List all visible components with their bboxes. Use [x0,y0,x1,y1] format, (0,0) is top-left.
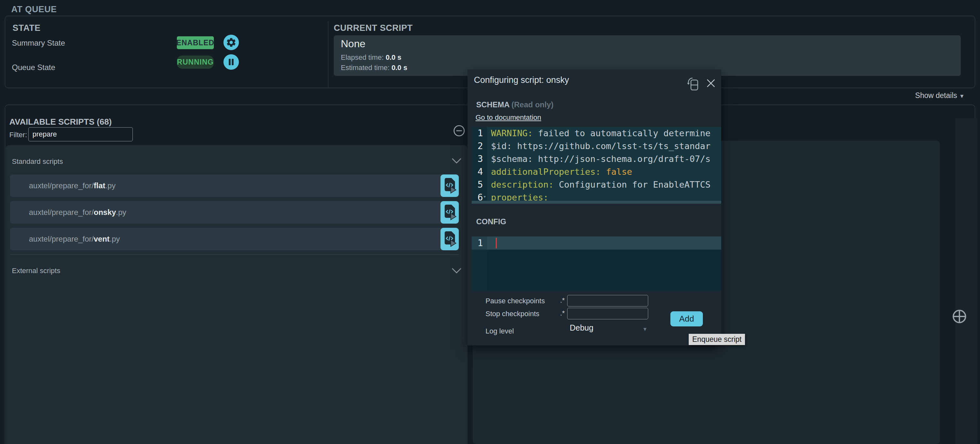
show-details-toggle[interactable]: Show details ▼ [897,91,964,100]
script-row-onsky[interactable]: auxtel/prepare_for/onsky.py [10,201,459,224]
script-path-prefix: auxtel/prepare_for/ [29,181,94,190]
configure-script-modal: Configuring script: onsky SCHEMA [468,70,721,346]
pause-checkpoints-regex-hint: .* [560,296,565,304]
launch-script-button[interactable] [441,228,459,250]
queue-state-badge: RUNNING [177,56,214,69]
show-details-label: Show details [915,91,957,100]
script-path: auxtel/prepare_for/flat.py [10,181,115,190]
script-ext: .py [105,181,115,190]
available-scripts-heading: AVAILABLE SCRIPTS (68) [10,117,111,127]
log-level-value: Debug [570,323,593,332]
log-level-label: Log level [485,327,514,335]
script-name: onsky [94,208,116,217]
schema-code: WARNING: failed to automatically determi… [487,127,711,140]
modal-close-button[interactable] [705,78,716,89]
script-path: auxtel/prepare_for/onsky.py [10,208,126,217]
schema-heading: SCHEMA (Read only) [476,100,553,109]
script-name: vent [94,235,109,243]
queue-pause-button[interactable] [223,54,239,70]
run-script-icon [443,231,457,247]
pause-icon [226,57,236,67]
schema-line: 5 description: Configuration for EnableA… [472,178,721,191]
scripts-panel: Standard scripts auxtel/prepare_for/flat… [6,145,468,444]
close-icon [705,78,716,89]
line-number: 4 [472,165,487,178]
pause-checkpoints-input[interactable] [567,295,648,306]
add-button[interactable]: Add [670,311,703,327]
script-row-vent[interactable]: auxtel/prepare_for/vent.py [10,228,459,250]
page-title: AT QUEUE [11,5,57,14]
estimated-time-value: 0.0 s [391,63,407,71]
log-level-select[interactable]: Debug ▼ [570,323,647,333]
summary-state-badge: ENABLED [177,36,214,49]
launch-script-button[interactable] [441,201,459,224]
line-number: 1 [472,236,487,250]
external-scripts-header[interactable]: External scripts [6,261,468,280]
line-number: 1 [472,127,487,140]
group-separator [10,254,459,255]
standard-scripts-label: Standard scripts [12,157,63,166]
queue-state-label: Queue State [12,63,55,72]
schema-code: description: Configuration for EnableATT… [487,178,711,191]
summary-state-label: Summary State [12,38,65,48]
schema-line: 3 $schema: http://json-schema.org/draft-… [472,152,721,165]
script-ext: .py [110,235,120,243]
copy-schema-button[interactable] [685,76,700,92]
caret-down-icon: ▼ [959,93,964,99]
script-row-flat[interactable]: auxtel/prepare_for/flat.py [10,174,459,197]
elapsed-time-row: Elapsed time: 0.0 s [341,53,401,62]
crosshair-target-control[interactable] [952,308,967,325]
line-number: 2 [472,140,487,152]
schema-line: 4 additionalProperties: false [472,165,721,178]
schema-line: 1 WARNING: failed to automatically deter… [472,127,721,140]
schema-code: $schema: http://json-schema.org/draft-07… [487,152,711,165]
standard-scripts-header[interactable]: Standard scripts [6,145,468,170]
schema-line: 2 $id: https://github.com/lsst-ts/ts_sta… [472,140,721,152]
at-queue-page: AT QUEUE STATE Summary State ENABLED Que… [0,0,980,444]
estimated-time-label: Estimated time: [341,63,390,71]
documentation-link[interactable]: Go to documentation [476,113,541,122]
filter-input[interactable] [28,127,133,141]
line-number: 3 [472,152,487,165]
schema-editor[interactable]: 1 WARNING: failed to automatically deter… [472,127,721,204]
current-script-name: None [341,38,366,50]
schema-code: additionalProperties: false [487,165,632,178]
schema-hscrollbar[interactable] [472,201,721,204]
summary-state-settings-button[interactable] [223,35,239,50]
state-divider [328,21,328,87]
script-path: auxtel/prepare_for/vent.py [10,235,120,244]
elapsed-time-label: Elapsed time: [341,53,383,61]
chevron-down-icon [451,267,462,274]
caret-down-icon: ▼ [643,327,648,332]
run-script-icon [443,205,457,220]
script-path-prefix: auxtel/prepare_for/ [29,235,94,243]
launch-script-button[interactable] [441,174,459,197]
chevron-down-icon [451,157,462,165]
gear-icon [226,37,237,48]
rotate-document-icon [685,76,700,92]
line-number: 5 [472,178,487,191]
stop-checkpoints-input[interactable] [567,308,648,319]
filter-label: Filter: [10,131,27,139]
stop-checkpoints-regex-hint: .* [560,309,565,317]
state-heading: STATE [13,23,40,33]
collapse-panel-button[interactable] [453,125,465,137]
stop-checkpoints-label: Stop checkpoints [485,310,539,318]
schema-readonly-text: (Read only) [512,100,554,109]
config-editor[interactable]: 1 [472,236,721,291]
text-cursor [496,238,497,248]
modal-title: Configuring script: onsky [474,75,569,85]
external-scripts-label: External scripts [12,266,60,275]
config-heading: CONFIG [476,217,506,226]
crosshair-icon [952,308,967,325]
queue-side-column [955,118,977,444]
current-script-heading: CURRENT SCRIPT [334,23,413,33]
schema-heading-text: SCHEMA [476,100,509,109]
script-ext: .py [116,208,126,217]
pause-checkpoints-label: Pause checkpoints [485,297,545,305]
script-path-prefix: auxtel/prepare_for/ [29,208,94,217]
schema-code: $id: https://github.com/lsst-ts/ts_stand… [487,140,711,152]
fold-caret-icon[interactable]: ▾ [483,194,486,199]
estimated-time-row: Estimated time: 0.0 s [341,63,407,72]
config-active-line [487,236,721,250]
